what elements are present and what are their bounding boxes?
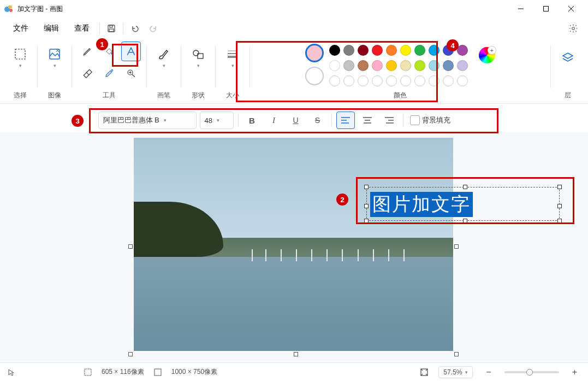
color-swatch[interactable] — [429, 45, 439, 56]
close-button[interactable] — [559, 0, 584, 17]
ribbon: ▾ 选择 ▾ 图像 工具 ▾ 画笔 ▾ 形状 ▾ 大小 — [0, 39, 588, 104]
color-swatch[interactable] — [400, 45, 411, 56]
text-content[interactable]: 图片加文字 — [370, 192, 473, 217]
custom-color-slot[interactable] — [400, 75, 411, 86]
svg-rect-33 — [85, 369, 91, 376]
font-family-value: 阿里巴巴普惠体 B — [103, 115, 159, 125]
custom-color-slot[interactable] — [329, 75, 340, 86]
custom-color-slot[interactable] — [414, 75, 425, 86]
select-tool[interactable]: ▾ — [9, 42, 32, 74]
color-swatch[interactable] — [443, 60, 454, 71]
custom-color-slot[interactable] — [429, 75, 439, 86]
font-size-select[interactable]: 48▾ — [200, 112, 234, 129]
primary-color[interactable] — [305, 44, 324, 62]
size-tool[interactable]: ▾ — [221, 42, 244, 74]
save-button[interactable] — [102, 19, 121, 38]
fit-screen-button[interactable] — [420, 368, 429, 377]
color-swatch[interactable] — [414, 45, 425, 56]
strikethrough-button[interactable]: S — [308, 112, 327, 129]
zoom-select[interactable]: 57.5%▾ — [438, 366, 473, 378]
background-fill-toggle[interactable]: 背景填充 — [408, 115, 453, 125]
color-swatch[interactable] — [343, 60, 354, 71]
menu-edit[interactable]: 编辑 — [36, 20, 67, 37]
custom-color-slot[interactable] — [343, 75, 354, 86]
group-label-size: 大小 — [226, 91, 239, 103]
title-bar: 加文字图 - 画图 — [0, 0, 588, 17]
align-right-button[interactable] — [380, 112, 399, 129]
color-swatch[interactable] — [372, 60, 383, 71]
color-swatch[interactable] — [457, 45, 468, 56]
color-swatch[interactable] — [358, 45, 369, 56]
magnifier-tool[interactable] — [121, 63, 141, 83]
text-box[interactable]: 图片加文字 — [362, 183, 564, 225]
font-family-select[interactable]: 阿里巴巴普惠体 B▾ — [98, 112, 197, 129]
svg-point-2 — [9, 9, 13, 12]
canvas-area[interactable]: 图片加文字 2 — [0, 132, 588, 373]
background-fill-label: 背景填充 — [422, 115, 450, 125]
window-title: 加文字图 - 画图 — [17, 4, 63, 14]
annotation-1: 1 — [96, 38, 108, 50]
brushes-tool[interactable]: ▾ — [152, 42, 175, 74]
underline-button[interactable]: U — [287, 112, 305, 129]
layers-button[interactable] — [556, 42, 579, 74]
color-swatch[interactable] — [343, 45, 354, 56]
zoom-value: 57.5% — [443, 368, 462, 376]
settings-button[interactable] — [564, 19, 583, 38]
secondary-color[interactable] — [305, 67, 324, 85]
annotation-2: 2 — [336, 194, 348, 206]
zoom-slider[interactable] — [504, 371, 559, 373]
svg-rect-9 — [109, 29, 114, 32]
undo-button[interactable] — [126, 19, 144, 38]
pencil-tool[interactable] — [78, 42, 97, 61]
align-left-button[interactable] — [336, 112, 355, 129]
align-center-button[interactable] — [358, 112, 377, 129]
menu-bar: 文件 编辑 查看 — [0, 17, 588, 39]
color-swatch[interactable] — [457, 60, 468, 71]
image-tool[interactable]: ▾ — [43, 42, 66, 74]
text-tool[interactable] — [121, 42, 141, 61]
color-swatch[interactable] — [386, 60, 397, 71]
custom-color-slot[interactable] — [358, 75, 369, 86]
background-fill-checkbox[interactable] — [410, 115, 420, 125]
picker-tool[interactable] — [99, 63, 119, 83]
custom-color-slot[interactable] — [457, 75, 468, 86]
redo-button[interactable] — [144, 19, 163, 38]
selection-size: 605 × 116像素 — [102, 367, 144, 377]
color-swatch[interactable] — [400, 60, 411, 71]
color-swatch[interactable] — [358, 60, 369, 71]
color-swatch[interactable] — [329, 60, 340, 71]
group-label-tools: 工具 — [103, 91, 116, 103]
group-label-select: 选择 — [14, 91, 27, 103]
svg-point-14 — [111, 69, 113, 71]
shapes-tool[interactable]: ▾ — [187, 42, 210, 74]
italic-button[interactable]: I — [265, 112, 283, 129]
zoom-in-button[interactable]: + — [569, 367, 580, 377]
zoom-out-button[interactable]: − — [483, 367, 494, 377]
canvas-size: 1000 × 750像素 — [171, 367, 217, 377]
group-label-brushes: 画笔 — [157, 91, 170, 103]
edit-colors-button[interactable] — [479, 47, 495, 63]
text-format-toolbar: 阿里巴巴普惠体 B▾ 48▾ B I U S 背景填充 — [93, 108, 496, 132]
canvas-image[interactable]: 图片加文字 — [134, 138, 453, 351]
selection-size-icon — [84, 368, 92, 376]
color-swatch[interactable] — [429, 60, 439, 71]
image-selection-handles[interactable] — [130, 134, 456, 354]
color-swatch[interactable] — [414, 60, 425, 71]
svg-line-16 — [132, 74, 135, 77]
minimize-button[interactable] — [508, 0, 533, 17]
custom-color-slot[interactable] — [386, 75, 397, 86]
menu-view[interactable]: 查看 — [67, 20, 97, 37]
svg-point-13 — [111, 52, 113, 54]
maximize-button[interactable] — [533, 0, 559, 17]
group-label-shapes: 形状 — [192, 91, 205, 103]
cursor-icon — [8, 368, 15, 376]
color-swatch[interactable] — [386, 45, 397, 56]
custom-color-slot[interactable] — [372, 75, 383, 86]
bold-button[interactable]: B — [243, 112, 262, 129]
custom-color-slot[interactable] — [443, 75, 454, 86]
eraser-tool[interactable] — [78, 63, 97, 83]
color-swatch[interactable] — [329, 45, 340, 56]
menu-file[interactable]: 文件 — [5, 20, 36, 37]
color-swatch[interactable] — [372, 45, 383, 56]
svg-rect-1 — [8, 5, 12, 8]
